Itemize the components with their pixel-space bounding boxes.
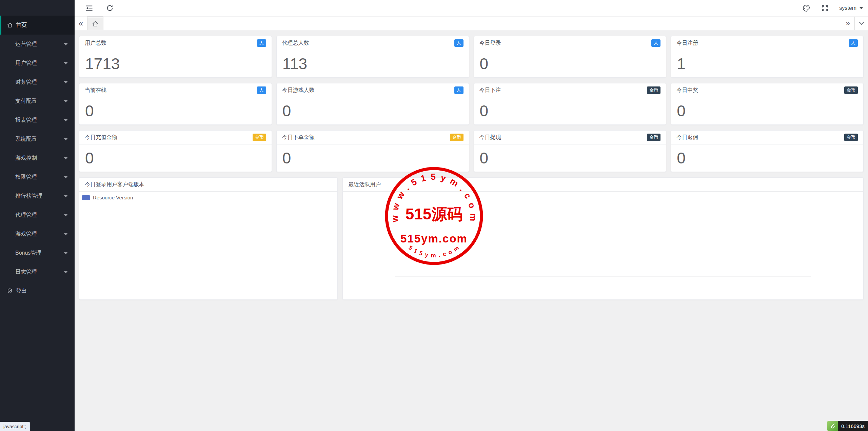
sidebar-item-home[interactable]: 首页 <box>0 16 75 35</box>
sidebar-item-label: 财务管理 <box>15 79 37 86</box>
panel-title: 今日登录用户客户端版本 <box>79 178 337 192</box>
stat-card-title: 用户总数 <box>85 40 106 47</box>
stat-card-value: 1 <box>677 55 686 73</box>
chevron-down-icon <box>64 43 68 45</box>
sidebar-item-label: 代理管理 <box>15 212 37 219</box>
coin-badge: 金币 <box>844 86 858 94</box>
refresh-button[interactable] <box>106 4 114 12</box>
panel-title: 最近活跃用户 <box>343 178 863 192</box>
chevron-down-icon <box>64 195 68 197</box>
sidebar-item-finance[interactable]: 财务管理 <box>0 73 75 92</box>
palette-icon <box>802 4 811 13</box>
stat-card-today-bets: 今日下注金币 0 <box>474 83 667 125</box>
tabbar-spacer <box>103 17 841 30</box>
sidebar-item-games[interactable]: 游戏管理 <box>0 224 75 243</box>
stat-card-today-logins: 今日登录人 0 <box>474 36 667 78</box>
chevron-down-icon <box>64 233 68 235</box>
sidebar-item-operations[interactable]: 运营管理 <box>0 35 75 54</box>
sidebar-item-logout[interactable]: 登出 <box>0 281 75 300</box>
sidebar-item-logs[interactable]: 日志管理 <box>0 262 75 281</box>
tabs-scroll-left-button[interactable]: « <box>75 17 87 30</box>
sidebar-item-permissions[interactable]: 权限管理 <box>0 168 75 187</box>
stat-card-value: 1713 <box>85 55 120 73</box>
sidebar-item-label: 游戏管理 <box>15 231 37 238</box>
sidebar-item-label: 游戏控制 <box>15 155 37 162</box>
refresh-icon <box>106 4 114 12</box>
stat-card-today-winnings: 今日中奖金币 0 <box>671 83 864 125</box>
sidebar-item-label: 用户管理 <box>15 60 37 67</box>
sidebar-item-ranking[interactable]: 排行榜管理 <box>0 187 75 205</box>
person-badge: 人 <box>257 86 266 94</box>
menu-fold-icon <box>85 4 94 13</box>
sidebar-item-label: 报表管理 <box>15 117 37 124</box>
stat-card-value: 0 <box>85 149 94 167</box>
theme-button[interactable] <box>802 4 811 13</box>
sidebar-item-bonus[interactable]: Bonus管理 <box>0 243 75 262</box>
sidebar-item-system-config[interactable]: 系统配置 <box>0 130 75 149</box>
panels-row: 今日登录用户客户端版本 Resource Version 最近活跃用户 <box>79 177 864 299</box>
fullscreen-button[interactable] <box>821 4 829 12</box>
stat-card-title: 今日返佣 <box>676 134 698 141</box>
chevron-down-icon <box>64 100 68 102</box>
render-time-badge: 0.116693s <box>838 421 868 431</box>
sidebar-item-label: 系统配置 <box>15 136 37 143</box>
sidebar-item-label: 排行榜管理 <box>15 193 42 200</box>
stat-card-value: 0 <box>480 55 489 73</box>
sidebar-item-payment-config[interactable]: 支付配置 <box>0 92 75 111</box>
person-badge: 人 <box>454 39 463 47</box>
admin-dashboard: { "topbar": { "username": "system" }, "s… <box>0 0 868 431</box>
topbar: system <box>75 0 868 16</box>
stat-card-online-now: 当前在线人 0 <box>79 83 272 125</box>
thinkphp-leaf-icon <box>827 421 838 431</box>
stat-cards-grid: 用户总数人 1713 代理总人数人 113 今日登录人 0 今日注册人 1 当前… <box>79 36 864 172</box>
sidebar-menu: 首页 运营管理 用户管理 财务管理 支付配置 报表管理 系统配置 游戏控制 权限… <box>0 16 75 300</box>
active-users-chart-area <box>343 192 863 299</box>
user-menu[interactable]: system <box>839 5 863 11</box>
coin-badge: 金币 <box>647 134 660 141</box>
stat-card-today-deposits: 今日充值金额金币 0 <box>79 130 272 172</box>
coin-badge: 金币 <box>253 134 266 141</box>
sidebar-item-label: Bonus管理 <box>15 250 41 257</box>
sidebar-item-label: 运营管理 <box>15 41 37 48</box>
shield-check-icon <box>7 288 13 294</box>
stat-card-value: 0 <box>480 149 489 167</box>
stat-card-title: 当前在线 <box>85 87 106 94</box>
stat-card-today-rebates: 今日返佣金币 0 <box>671 130 864 172</box>
sidebar-item-users[interactable]: 用户管理 <box>0 54 75 73</box>
fullscreen-icon <box>821 4 829 12</box>
stat-card-total-users: 用户总数人 1713 <box>79 36 272 78</box>
chart-legend-item[interactable]: Resource Version <box>82 195 133 200</box>
stat-card-value: 0 <box>677 102 686 120</box>
topbar-left <box>75 4 114 13</box>
tabs-scroll-right-button[interactable]: » <box>841 17 854 30</box>
chart-x-axis <box>395 276 811 276</box>
main-content: 用户总数人 1713 代理总人数人 113 今日登录人 0 今日注册人 1 当前… <box>75 30 868 431</box>
chevron-down-icon <box>64 271 68 273</box>
stat-card-title: 今日充值金额 <box>85 134 117 141</box>
person-badge: 人 <box>257 39 266 47</box>
debug-toolbar[interactable]: 0.116693s <box>827 421 868 431</box>
sidebar-item-label: 支付配置 <box>15 98 37 105</box>
topbar-right: system <box>802 4 868 13</box>
stat-card-today-withdrawals: 今日提现金币 0 <box>474 130 667 172</box>
menu-fold-button[interactable] <box>85 4 94 13</box>
stat-card-total-agents: 代理总人数人 113 <box>276 36 469 78</box>
stat-card-title: 今日登录 <box>479 40 501 47</box>
chevron-down-icon <box>64 81 68 83</box>
tabs-menu-button[interactable] <box>854 17 868 30</box>
tab-home[interactable] <box>87 17 103 30</box>
stat-card-title: 代理总人数 <box>282 40 309 47</box>
sidebar-item-game-control[interactable]: 游戏控制 <box>0 149 75 168</box>
stat-card-today-players: 今日游戏人数人 0 <box>276 83 469 125</box>
stat-card-title: 今日下单金额 <box>282 134 315 141</box>
coin-badge: 金币 <box>450 134 463 141</box>
coin-badge: 金币 <box>844 134 858 141</box>
sidebar-item-reports[interactable]: 报表管理 <box>0 111 75 130</box>
sidebar-item-label: 登出 <box>16 288 27 295</box>
stat-card-value: 0 <box>85 102 94 120</box>
stat-card-today-orders-amount: 今日下单金额金币 0 <box>276 130 469 172</box>
chevron-down-icon <box>64 176 68 178</box>
sidebar-item-agents[interactable]: 代理管理 <box>0 205 75 224</box>
sidebar-item-label: 权限管理 <box>15 174 37 181</box>
tabbar: « » <box>75 17 868 30</box>
